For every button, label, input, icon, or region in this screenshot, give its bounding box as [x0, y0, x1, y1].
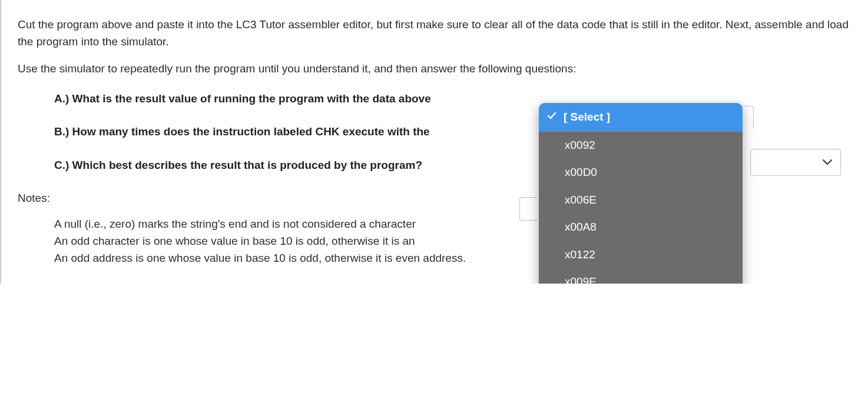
dropdown-option[interactable]: x0092 [539, 132, 743, 159]
question-b-label: B.) How many times does the instruction … [54, 124, 430, 141]
dropdown-option[interactable]: x0122 [539, 241, 743, 269]
dropdown-option[interactable]: x006E [539, 186, 743, 214]
dropdown-selected-label: [ Select ] [564, 109, 610, 126]
question-c-label: C.) Which best describes the result that… [54, 157, 422, 174]
question-a-select-edge [743, 106, 754, 128]
question-b-select[interactable] [750, 149, 841, 176]
chevron-down-icon [823, 159, 832, 165]
intro-paragraph-2: Use the simulator to repeatedly run the … [18, 61, 850, 78]
question-a-dropdown[interactable]: [ Select ] x0092 x00D0 x006E x00A8 x0122… [539, 103, 743, 284]
question-a-label: A.) What is the result value of running … [54, 91, 431, 108]
dropdown-option[interactable]: x009E [539, 268, 743, 284]
dropdown-option[interactable]: x00D0 [539, 159, 743, 186]
intro-paragraph-1: Cut the program above and paste it into … [18, 16, 850, 50]
dropdown-options-list: x0092 x00D0 x006E x00A8 x0122 x009E x00C… [539, 132, 743, 284]
dropdown-selected-option[interactable]: [ Select ] [539, 103, 743, 132]
question-c-select-edge[interactable] [519, 197, 537, 221]
dropdown-option[interactable]: x00A8 [539, 214, 743, 241]
check-icon [547, 109, 558, 126]
